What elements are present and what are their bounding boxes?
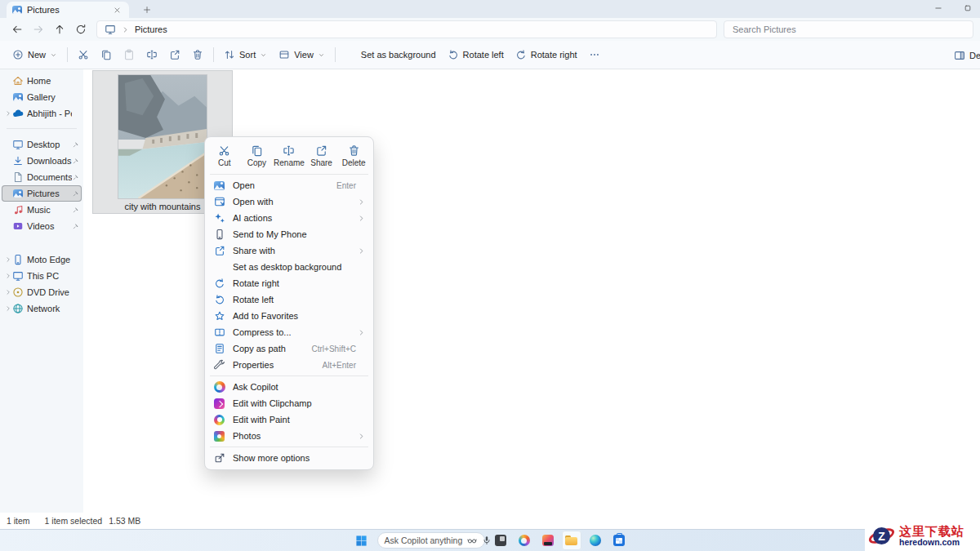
rotate-right-button[interactable]: Rotate right xyxy=(510,44,583,65)
pin-icon xyxy=(72,207,79,214)
rotate-left-button[interactable]: Rotate left xyxy=(442,44,510,65)
file-list-area[interactable]: city with mountains Cut Copy xyxy=(83,69,980,513)
menu-cut-button[interactable]: Cut xyxy=(208,140,241,171)
minimize-button[interactable] xyxy=(934,4,942,14)
menu-item-send-to-my-phone[interactable]: Send to My Phone xyxy=(208,226,370,242)
taskbar-app-microsoft-store[interactable] xyxy=(609,531,629,550)
share-button[interactable] xyxy=(163,44,186,65)
address-bar[interactable]: Pictures xyxy=(96,20,717,38)
menu-share-button[interactable]: Share xyxy=(305,140,338,171)
menu-item-open[interactable]: Open Enter xyxy=(208,177,370,193)
taskbar-app-photos-viewer[interactable] xyxy=(491,531,510,550)
cut-button[interactable] xyxy=(72,44,95,65)
expand-chevron-icon[interactable] xyxy=(5,273,11,279)
menu-item-ask-copilot[interactable]: Ask Copilot xyxy=(208,379,370,395)
menu-item-ai-actions[interactable]: AI actions xyxy=(208,210,370,226)
copy-icon xyxy=(100,49,112,60)
more-options-button[interactable] xyxy=(583,44,606,65)
image-action-group: Set as background Rotate left Rotate rig… xyxy=(340,44,583,65)
sidebar-item-this-pc[interactable]: This PC xyxy=(2,268,82,284)
this-pc-icon xyxy=(105,24,116,35)
start-button[interactable] xyxy=(352,531,372,550)
sidebar-item-phone[interactable]: Moto Edge 50 Neo xyxy=(2,251,82,268)
set-as-background-button[interactable]: Set as background xyxy=(340,44,442,65)
menu-copy-button[interactable]: Copy xyxy=(241,140,274,171)
pin-icon xyxy=(72,223,79,230)
download-icon xyxy=(12,155,24,167)
new-button[interactable]: New xyxy=(7,44,63,65)
up-button[interactable] xyxy=(49,20,70,39)
menu-item-properties[interactable]: Properties Alt+Enter xyxy=(208,357,370,373)
close-icon xyxy=(114,7,121,14)
expand-chevron-icon[interactable] xyxy=(5,305,11,312)
menu-item-edit-with-clipchamp[interactable]: Edit with Clipchamp xyxy=(208,395,370,411)
taskbar-app-m365-copilot[interactable] xyxy=(538,531,558,550)
sidebar-item-music[interactable]: Music xyxy=(2,202,82,218)
status-bar: 1 item 1 item selected 1.53 MB xyxy=(0,513,980,529)
wrench-icon xyxy=(214,359,225,371)
pin-icon xyxy=(72,141,79,149)
tab-pictures[interactable]: Pictures xyxy=(7,2,129,18)
search-box[interactable] xyxy=(724,20,973,38)
openwith-icon xyxy=(214,196,225,207)
menu-item-show-more-options[interactable]: Show more options xyxy=(208,450,370,466)
taskbar-app-file-explorer[interactable] xyxy=(562,531,581,550)
forward-button[interactable] xyxy=(28,20,49,39)
sidebar-item-downloads[interactable]: Downloads xyxy=(2,153,82,169)
sidebar-item-documents[interactable]: Documents xyxy=(2,169,82,185)
clipchamp-icon xyxy=(214,398,225,409)
sort-button[interactable]: Sort xyxy=(218,44,273,65)
menu-delete-button[interactable]: Delete xyxy=(337,140,370,171)
imgblue-icon xyxy=(13,93,23,101)
expand-chevron-icon[interactable] xyxy=(5,289,11,295)
back-button[interactable] xyxy=(7,20,28,39)
maximize-icon xyxy=(964,4,972,12)
delete-button[interactable] xyxy=(186,44,209,65)
copy-button[interactable] xyxy=(95,44,118,65)
details-pane-toggle[interactable]: Details xyxy=(952,41,980,69)
taskbar-app-copilot[interactable] xyxy=(514,531,534,550)
sidebar-item-gallery[interactable]: Gallery xyxy=(2,89,82,105)
file-thumbnail xyxy=(118,74,207,199)
content-area: Home Gallery Abhijith - Personal xyxy=(0,69,980,513)
command-toolbar: New Sort View xyxy=(0,41,980,69)
address-location: Pictures xyxy=(135,24,167,34)
tab-close-button[interactable] xyxy=(110,3,123,16)
menu-item-add-to-favorites[interactable]: Add to Favorites xyxy=(208,308,370,324)
rename-button[interactable] xyxy=(140,44,163,65)
menu-item-rotate-left[interactable]: Rotate left xyxy=(208,291,370,308)
view-button[interactable]: View xyxy=(273,44,331,65)
menu-item-open-with[interactable]: Open with xyxy=(208,193,370,210)
taskbar-app-edge[interactable] xyxy=(586,531,605,550)
refresh-button[interactable] xyxy=(70,20,91,39)
menu-item-compress-to[interactable]: Compress to... xyxy=(208,324,370,340)
expand-chevron-icon[interactable] xyxy=(5,110,11,117)
search-input[interactable] xyxy=(733,24,964,34)
menu-item-rotate-right[interactable]: Rotate right xyxy=(208,275,370,291)
video-icon xyxy=(12,220,24,232)
menu-item-share-with[interactable]: Share with xyxy=(208,242,370,259)
expand-chevron-icon[interactable] xyxy=(5,256,11,263)
chevron-right-icon[interactable] xyxy=(122,26,129,33)
copilot-vision-glasses-icon[interactable] xyxy=(467,535,477,545)
maximize-button[interactable] xyxy=(964,4,972,14)
copilot-search-box[interactable]: Ask Copilot anything xyxy=(377,532,485,549)
menu-rename-button[interactable]: Rename xyxy=(273,140,305,171)
sidebar-item-pictures[interactable]: Pictures xyxy=(2,185,82,202)
menu-item-copy-as-path[interactable]: Copy as path Ctrl+Shift+C xyxy=(208,340,370,357)
sidebar-item-home[interactable]: Home xyxy=(2,73,82,89)
menu-item-set-as-desktop-background[interactable]: Set as desktop background xyxy=(208,259,370,275)
sidebar-item-videos[interactable]: Videos xyxy=(2,218,82,234)
sidebar-item-onedrive[interactable]: Abhijith - Personal xyxy=(2,105,82,122)
sidebar-item-network[interactable]: Network xyxy=(2,300,82,317)
menu-item-photos[interactable]: Photos xyxy=(208,428,370,444)
sidebar-item-dvd-drive[interactable]: DVD Drive (D:) CCC xyxy=(2,284,82,300)
menu-items-list: Open Enter Open with xyxy=(208,177,370,466)
paste-icon xyxy=(123,49,135,60)
sidebar-item-desktop[interactable]: Desktop xyxy=(2,136,82,153)
taskbar-apps xyxy=(491,531,629,550)
new-tab-button[interactable] xyxy=(140,3,154,16)
menu-item-edit-with-paint[interactable]: Edit with Paint xyxy=(208,411,370,428)
sort-icon xyxy=(224,49,235,60)
paste-button[interactable] xyxy=(118,44,140,65)
